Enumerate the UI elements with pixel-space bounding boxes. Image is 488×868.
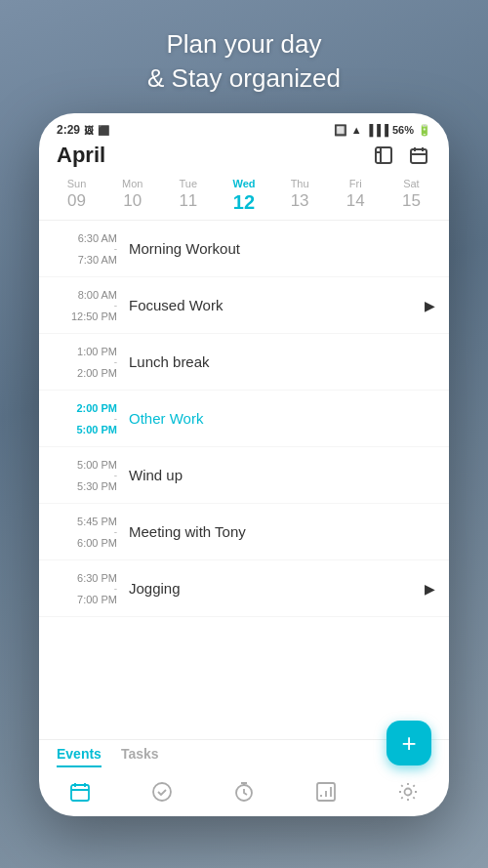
event-title: Meeting with Tony [129,523,246,540]
svg-point-6 [405,789,412,796]
calendar-icon[interactable] [65,777,95,806]
event-row[interactable]: 8:00 AM - 12:50 PM Focused Work ▶ [39,277,449,334]
day-12[interactable]: Wed 12 [222,178,266,214]
event-time: 6:30 AM - 7:30 AM [53,221,129,276]
event-time: 6:30 PM - 7:00 PM [53,560,129,616]
signal-icon: 🔲 [334,124,347,137]
battery-icon: 🔋 [418,124,431,137]
bars-icon: ▐▐▐ [366,124,388,136]
event-time: 1:00 PM - 2:00 PM [53,334,129,390]
time-display: 2:29 [57,123,80,137]
event-content: Other Work [129,391,435,446]
status-icon2: ⬛ [98,125,109,136]
event-row[interactable]: 5:45 PM - 6:00 PM Meeting with Tony [39,504,449,560]
header-icons [371,143,431,168]
calendar-view-icon[interactable] [406,143,431,168]
timer-icon[interactable] [229,777,259,806]
event-title: Focused Work [129,297,223,313]
check-icon[interactable] [147,777,177,806]
chart-icon[interactable] [311,777,341,806]
hero-line1: Plan your day [167,29,322,59]
event-time: 5:45 PM - 6:00 PM [53,504,129,559]
hero-text: Plan your day & Stay organized [147,0,341,113]
day-09[interactable]: Sun 09 [55,178,100,214]
event-content: Meeting with Tony [129,504,435,559]
day-strip: Sun 09 Mon 10 Tue 11 Wed 12 Thu 13 Fri 1… [39,174,449,221]
play-icon[interactable]: ▶ [425,298,435,313]
day-13[interactable]: Thu 13 [277,178,322,214]
event-title: Other Work [129,410,203,427]
svg-rect-0 [376,147,391,163]
event-content: Morning Workout [129,221,435,276]
event-time: 8:00 AM - 12:50 PM [53,277,129,333]
event-row[interactable]: 2:00 PM - 5:00 PM Other Work [39,391,449,447]
event-title: Lunch break [129,353,210,370]
day-14[interactable]: Fri 14 [333,178,378,214]
tab-tasks[interactable]: Tasks [121,746,159,767]
event-time: 5:00 PM - 5:30 PM [53,447,129,503]
app-header: April [39,141,449,174]
event-content: Jogging ▶ [129,560,435,616]
event-row[interactable]: 6:30 AM - 7:30 AM Morning Workout [39,221,449,277]
event-row[interactable]: 6:30 PM - 7:00 PM Jogging ▶ [39,560,449,617]
phone-frame: 2:29 🖼 ⬛ 🔲 ▲ ▐▐▐ 56% 🔋 April [39,113,449,816]
svg-point-3 [153,783,171,801]
day-15[interactable]: Sat 15 [388,178,433,214]
expand-icon[interactable] [371,143,396,168]
hero-line2: & Stay organized [147,63,341,93]
month-title: April [57,143,105,168]
event-time: 2:00 PM - 5:00 PM [53,391,129,446]
event-content: Wind up [129,447,435,503]
wifi-icon: ▲ [351,124,362,136]
settings-icon[interactable] [393,777,423,806]
hero-section: Plan your day & Stay organized [147,0,341,113]
event-title: Morning Workout [129,240,240,257]
event-row[interactable]: 1:00 PM - 2:00 PM Lunch break [39,334,449,391]
status-bar: 2:29 🖼 ⬛ 🔲 ▲ ▐▐▐ 56% 🔋 [39,113,449,141]
svg-rect-1 [411,149,427,163]
event-content: Lunch break [129,334,435,390]
status-right: 🔲 ▲ ▐▐▐ 56% 🔋 [334,124,431,137]
play-icon[interactable]: ▶ [425,581,435,597]
events-list[interactable]: 6:30 AM - 7:30 AM Morning Workout 8:00 A… [39,221,449,739]
day-11[interactable]: Tue 11 [166,178,211,214]
svg-rect-2 [71,785,89,801]
event-content: Focused Work ▶ [129,277,435,333]
tab-events[interactable]: Events [57,746,102,767]
battery-display: 56% [392,124,414,136]
bottom-nav [39,769,449,816]
day-10[interactable]: Mon 10 [110,178,155,214]
status-left: 2:29 🖼 ⬛ [57,123,109,137]
status-icon1: 🖼 [84,125,94,136]
add-event-fab[interactable]: + [386,721,431,765]
event-title: Jogging [129,580,181,597]
event-row[interactable]: 5:00 PM - 5:30 PM Wind up [39,447,449,504]
event-title: Wind up [129,467,183,483]
